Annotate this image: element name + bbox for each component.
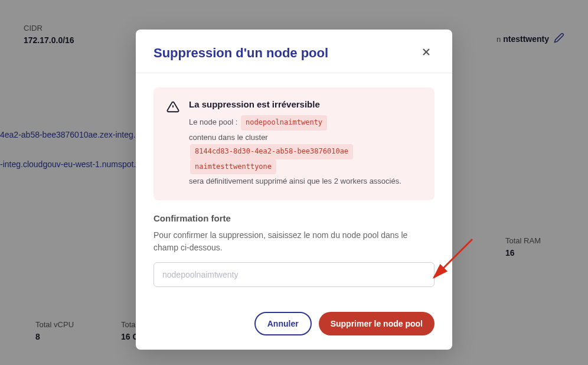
warning-box: La suppression est irréversible Le node … [153,87,435,200]
modal-overlay: Suppression d'un node pool [0,0,588,365]
warning-text: Le node pool : nodepoolnaimtwenty conten… [189,115,422,188]
modal-footer: Annuler Supprimer le node pool [136,301,452,350]
nodepool-name-chip: nodepoolnaimtwenty [241,115,327,131]
close-icon [420,51,432,60]
confirm-input[interactable] [153,262,435,287]
cluster-id-chip: 8144cd83-8d30-4ea2-ab58-bee3876010ae [190,144,353,159]
modal-header: Suppression d'un node pool [136,30,452,73]
warning-line3: sera définitivement supprimé ainsi que l… [189,177,401,185]
modal-body: La suppression est irréversible Le node … [136,73,452,301]
warning-prefix: Le node pool : [189,118,237,126]
delete-nodepool-modal: Suppression d'un node pool [136,30,452,350]
close-button[interactable] [418,44,435,62]
cluster-name-chip: naimtesttwenttyone [190,159,276,175]
confirm-section-title: Confirmation forte [153,213,435,223]
warning-title: La suppression est irréversible [189,99,422,109]
delete-button[interactable]: Supprimer le node pool [319,312,435,335]
modal-title: Suppression d'un node pool [153,45,328,61]
cancel-button[interactable]: Annuler [254,312,312,335]
warning-line2: contenu dans le cluster [189,133,268,142]
warning-icon [166,100,179,188]
confirm-instruction-text: Pour confirmer la suppression, saisissez… [153,229,435,254]
